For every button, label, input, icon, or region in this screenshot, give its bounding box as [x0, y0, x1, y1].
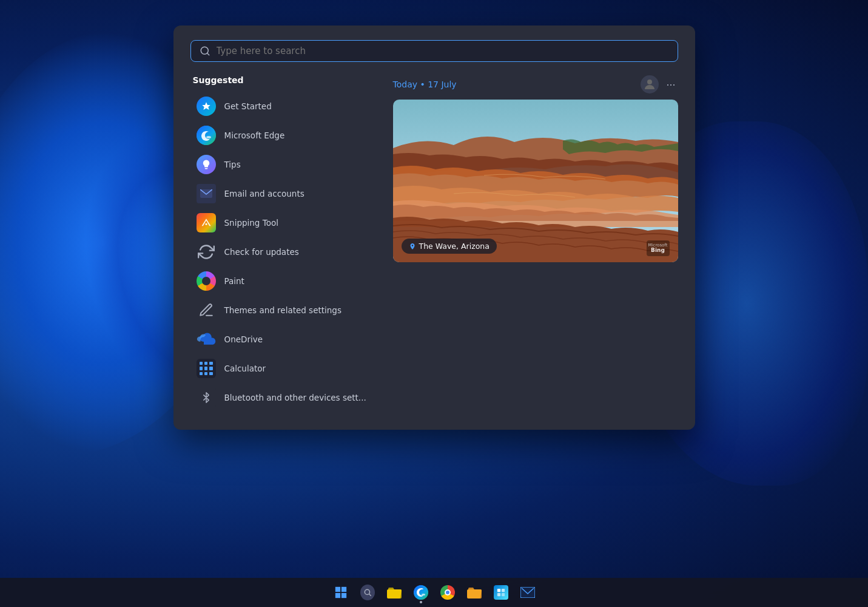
svg-point-16 — [422, 594, 425, 595]
app-label-calculator: Calculator — [224, 364, 266, 373]
app-label-bluetooth: Bluetooth and other devices sett... — [224, 393, 366, 402]
bing-badge: Microsoft Bing — [647, 240, 670, 256]
app-label-get-started: Get Started — [224, 101, 272, 111]
app-label-email-accounts: Email and accounts — [224, 189, 304, 198]
windows-start-icon — [334, 585, 348, 600]
refresh-icon — [197, 242, 216, 262]
app-item-microsoft-edge[interactable]: Microsoft Edge — [190, 121, 378, 149]
news-header: Today • 17 July ··· — [393, 75, 678, 93]
svg-rect-10 — [341, 587, 346, 592]
app-item-calculator[interactable]: Calculator — [190, 354, 378, 382]
edge-icon — [197, 126, 216, 145]
snipping-tool-icon — [197, 213, 216, 232]
svg-point-15 — [414, 585, 428, 600]
taskbar-file-explorer[interactable] — [382, 580, 406, 605]
app-item-tips[interactable]: Tips — [190, 151, 378, 178]
search-taskbar-icon — [360, 585, 375, 600]
news-avatar — [641, 75, 659, 93]
bing-logo: Microsoft Bing — [647, 240, 670, 256]
news-date: Today • 17 July — [393, 80, 457, 89]
svg-line-14 — [369, 594, 371, 596]
location-badge: The Wave, Arizona — [402, 239, 497, 254]
search-input[interactable] — [217, 46, 669, 56]
app-item-themes-settings[interactable]: Themes and related settings — [190, 296, 378, 324]
search-bar[interactable] — [190, 40, 678, 62]
search-popup: Suggested Get Started — [173, 25, 695, 430]
location-icon — [409, 243, 416, 250]
edge-taskbar-icon — [414, 585, 428, 600]
news-image-container[interactable]: The Wave, Arizona Microsoft Bing — [393, 100, 678, 262]
bluetooth-icon — [197, 388, 216, 407]
svg-point-6 — [205, 223, 207, 225]
folder-taskbar-icon — [467, 585, 482, 600]
taskbar-mail[interactable] — [516, 580, 540, 605]
taskbar-msstore[interactable] — [489, 580, 513, 605]
app-label-themes-settings: Themes and related settings — [224, 305, 341, 315]
calculator-icon — [197, 359, 216, 378]
svg-line-1 — [207, 53, 209, 55]
search-icon — [200, 46, 210, 56]
chrome-taskbar-icon — [440, 585, 455, 600]
mail-icon — [197, 184, 216, 203]
app-label-microsoft-edge: Microsoft Edge — [224, 131, 285, 140]
taskbar-folder[interactable] — [462, 580, 486, 605]
app-item-bluetooth[interactable]: Bluetooth and other devices sett... — [190, 384, 378, 412]
onedrive-icon — [197, 330, 216, 349]
svg-rect-17 — [497, 589, 500, 592]
app-item-check-updates[interactable]: Check for updates — [190, 238, 378, 266]
app-item-paint[interactable]: Paint — [190, 267, 378, 295]
app-item-get-started[interactable]: Get Started — [190, 92, 378, 120]
svg-rect-11 — [335, 593, 340, 598]
suggested-column: Suggested Get Started — [190, 75, 378, 412]
news-header-right: ··· — [641, 75, 678, 93]
tips-icon — [197, 155, 216, 174]
svg-rect-12 — [341, 593, 346, 598]
pin-dot-edge — [420, 601, 422, 603]
svg-point-4 — [206, 136, 211, 138]
svg-marker-2 — [202, 102, 210, 110]
themes-icon — [197, 300, 216, 320]
taskbar-windows-start[interactable] — [329, 580, 353, 605]
app-label-tips: Tips — [224, 160, 241, 169]
app-label-onedrive: OneDrive — [224, 334, 263, 344]
paint-icon — [197, 271, 216, 291]
suggested-title: Suggested — [190, 75, 378, 85]
svg-rect-18 — [501, 589, 504, 592]
svg-point-7 — [647, 80, 652, 84]
mail-taskbar-icon — [520, 585, 535, 600]
svg-rect-19 — [497, 593, 500, 596]
msstore-taskbar-icon — [494, 585, 508, 600]
svg-rect-20 — [501, 593, 504, 596]
app-label-snipping-tool: Snipping Tool — [224, 218, 278, 228]
taskbar-edge[interactable] — [409, 580, 433, 605]
file-explorer-icon — [387, 585, 402, 600]
app-label-check-updates: Check for updates — [224, 247, 299, 257]
content-area: Suggested Get Started — [190, 75, 678, 412]
app-item-email-accounts[interactable]: Email and accounts — [190, 180, 378, 208]
taskbar — [0, 578, 868, 607]
get-started-icon — [197, 97, 216, 116]
svg-point-3 — [197, 126, 216, 145]
app-item-snipping-tool[interactable]: Snipping Tool — [190, 209, 378, 237]
taskbar-chrome[interactable] — [436, 580, 460, 605]
app-list: Get Started — [190, 92, 378, 412]
taskbar-search[interactable] — [355, 580, 380, 605]
svg-rect-9 — [335, 587, 340, 592]
location-text: The Wave, Arizona — [419, 242, 490, 251]
more-options-button[interactable]: ··· — [664, 78, 678, 91]
news-column: Today • 17 July ··· — [393, 75, 678, 412]
app-label-paint: Paint — [224, 276, 244, 286]
landscape-image — [393, 100, 678, 262]
app-item-onedrive[interactable]: OneDrive — [190, 325, 378, 353]
